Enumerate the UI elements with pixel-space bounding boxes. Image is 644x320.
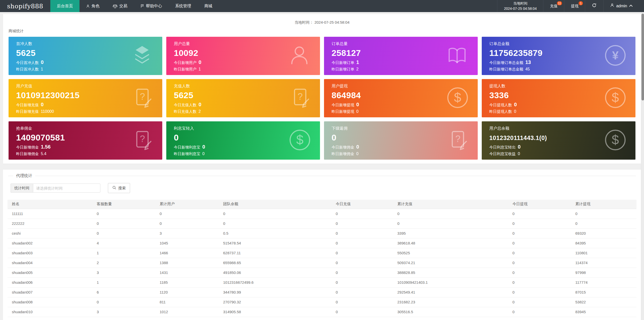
menu-item-0[interactable]: 后台首页 (50, 0, 79, 12)
local-time-value: 2024-07-25 04:58:04 (504, 6, 537, 11)
table-cell: 3 (155, 228, 219, 238)
table-cell: 143290.05 (393, 317, 508, 320)
table-cell: 0 (93, 209, 155, 219)
menu-item-5[interactable]: 商城 (198, 0, 219, 12)
table-cell: 0 (332, 268, 393, 277)
table-header-cell: 累计用户 (155, 200, 219, 209)
menu-item-3[interactable]: 帮助中心 (134, 0, 169, 12)
table-cell: 158222.26 (219, 317, 332, 320)
table-cell: 0 (155, 209, 219, 219)
table-row: shuadan006111851012316672499.60101090942… (8, 277, 636, 287)
table-cell: 0 (508, 287, 571, 297)
table-cell: 0 (332, 277, 393, 287)
table-cell: shuadan003 (8, 248, 93, 258)
local-time-label: 当地时间 (513, 1, 527, 6)
svg-text:?: ? (140, 91, 145, 102)
recharge-badge: 11 (557, 1, 562, 5)
table-cell: shuadan002 (8, 238, 93, 248)
table-cell: 1012316672499.6 (219, 277, 332, 287)
flag-icon (140, 4, 144, 8)
app-logo: shopify888 (0, 0, 50, 12)
menu-item-1[interactable]: 角色 (79, 0, 106, 12)
table-cell: 0 (393, 219, 508, 228)
table-cell: 1120 (155, 287, 219, 297)
table-cell: shuadan010 (8, 307, 93, 317)
menu-item-4[interactable]: 系统管理 (169, 0, 198, 12)
menu-item-label: 帮助中心 (146, 4, 162, 9)
table-cell: 0 (332, 228, 393, 238)
table-cell: 0 (508, 258, 571, 268)
table-cell: shuadan011 (8, 317, 93, 320)
table-cell: 1010909421403.1 (393, 277, 508, 287)
table-cell: 655988.65 (219, 258, 332, 268)
table-row: shuadan00761120344780.990292549.41087015 (8, 287, 636, 297)
table-cell: 0 (332, 258, 393, 268)
table-cell: 0 (508, 317, 571, 320)
page-scrollbar[interactable] (641, 12, 644, 320)
yen-icon: ¥ (604, 44, 627, 68)
table-cell: 292549.41 (393, 287, 508, 297)
table-cell: 0 (508, 277, 571, 287)
table-header-cell: 客服数量 (93, 200, 155, 209)
table-cell: shuadan004 (8, 258, 93, 268)
table-cell: 6 (93, 287, 155, 297)
table-cell: 69320 (571, 228, 636, 238)
table-cell: 305516.5 (393, 307, 508, 317)
stat-card: 用户提现 864984 今日新增提现 0 昨日新增提现 0 $ (324, 79, 478, 117)
table-cell: 811 (155, 297, 219, 307)
dollar-icon: $ (288, 128, 311, 153)
table-cell: 0 (571, 219, 636, 228)
scrollbar-thumb[interactable] (641, 14, 644, 100)
current-time-value: 2024-07-25 04:58:04 (314, 20, 349, 24)
table-cell: 114374 (571, 258, 636, 268)
table-cell: 389618.48 (393, 238, 508, 248)
table-cell: 270790.32 (219, 297, 332, 307)
table-row: shuadan01031012314905.580305516.5083945 (8, 307, 636, 317)
agent-section-title: 代理统计 (13, 173, 35, 179)
table-cell: 0 (393, 209, 508, 219)
table-cell: 3 (93, 268, 155, 277)
recharge-nav-button[interactable]: 充值 11 (543, 0, 564, 12)
withdraw-badge: 1 (579, 1, 583, 5)
refresh-button[interactable] (585, 0, 603, 12)
table-row: shuadan0080811270790.320231682.23053822 (8, 297, 636, 307)
table-cell: 0.5 (219, 228, 332, 238)
table-row: ceshi030.503395069320 (8, 228, 636, 238)
svg-text:$: $ (612, 90, 619, 105)
table-cell: 0 (93, 228, 155, 238)
refresh-icon (592, 3, 597, 10)
user-menu[interactable]: admin (603, 0, 639, 12)
chevron-up-icon (629, 3, 633, 9)
table-header-cell: 今日充值 (332, 200, 393, 209)
table-cell: 87015 (571, 287, 636, 297)
stat-card: 首冲人数 5625 今日首冲人数 0 昨日首冲人数 1 (9, 37, 162, 75)
table-cell: 0 (508, 238, 571, 248)
agent-table: 姓名客服数量累计用户团队余额今日充值累计充值今日提现累计提现 111111000… (8, 200, 636, 320)
table-cell: 1185 (155, 277, 219, 287)
table-cell: 0 (508, 268, 571, 277)
table-header-cell: 团队余额 (219, 200, 332, 209)
dollar-icon: $ (446, 86, 469, 110)
dollar-icon: $ (604, 128, 627, 153)
stat-time-label: 统计时间 (11, 184, 33, 193)
table-cell: 491850.06 (219, 268, 332, 277)
table-cell: 509374.21 (393, 258, 508, 268)
agent-fieldset: 代理统计 (8, 176, 636, 176)
table-row: shuadan00311466628737.1105505250110801 (8, 248, 636, 258)
menu-item-2[interactable]: 交易 (106, 0, 134, 12)
user-icon (287, 43, 311, 68)
table-cell: 110801 (571, 248, 636, 258)
table-cell: 0 (93, 297, 155, 307)
agent-filter-row: 统计时间 搜索 (8, 183, 636, 193)
svg-text:?: ? (140, 134, 145, 144)
mall-stats-panel: 当地时间： 2024-07-25 04:58:04 商城统计 首冲人数 5625… (3, 14, 641, 164)
search-button[interactable]: 搜索 (108, 183, 130, 193)
table-cell: 83945 (571, 307, 636, 317)
withdraw-nav-button[interactable]: 提现 1 (564, 0, 585, 12)
svg-text:$: $ (612, 132, 619, 147)
table-cell: 0 (571, 209, 636, 219)
table-cell: 0 (219, 219, 332, 228)
table-cell: 0 (93, 317, 155, 320)
stat-time-input[interactable] (33, 184, 100, 193)
table-row: shuadan00241045515478.540389618.48084395 (8, 238, 636, 248)
